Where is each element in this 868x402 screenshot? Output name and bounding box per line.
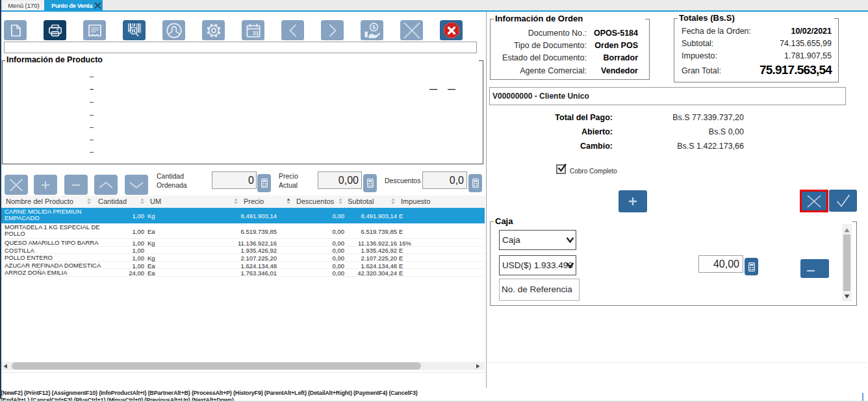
- svg-text:$: $: [372, 24, 376, 31]
- svg-text:31: 31: [252, 29, 259, 36]
